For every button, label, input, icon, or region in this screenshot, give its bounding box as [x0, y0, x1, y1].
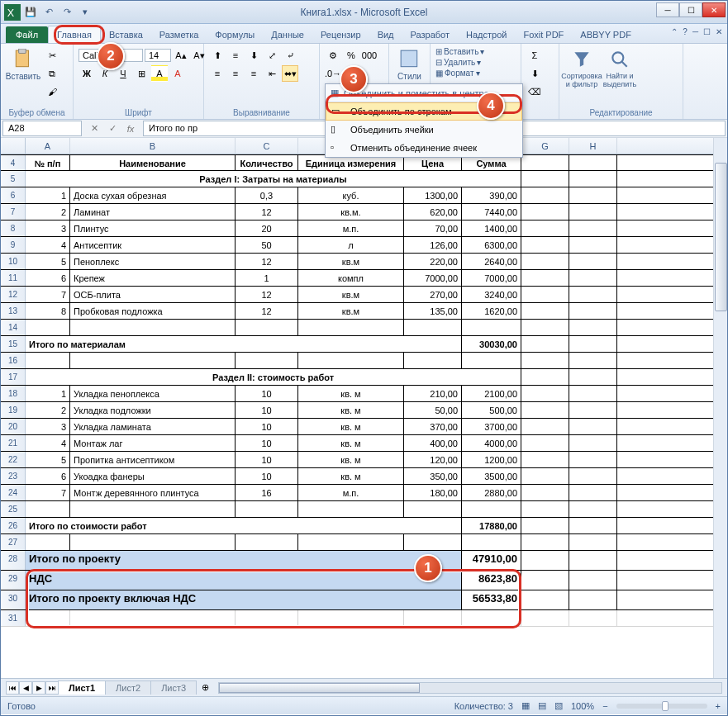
cell[interactable]: 16 [236, 485, 298, 500]
cell[interactable] [462, 353, 521, 368]
row-header[interactable]: 13 [1, 303, 26, 319]
cell[interactable]: 270,00 [404, 287, 462, 302]
cell[interactable]: 1 [26, 386, 70, 401]
orientation-icon[interactable]: ⤢ [264, 47, 280, 64]
cell[interactable] [404, 610, 462, 626]
cell[interactable] [236, 320, 298, 335]
cell[interactable]: Наименование [70, 155, 236, 170]
select-all-corner[interactable] [1, 138, 26, 154]
cell[interactable] [521, 571, 569, 590]
cell[interactable]: № п/п [26, 155, 70, 170]
cell[interactable] [569, 534, 617, 550]
cell[interactable]: 8623,80 [462, 571, 521, 590]
cell[interactable] [569, 270, 617, 286]
row-header[interactable]: 25 [1, 501, 26, 517]
comma-icon[interactable]: 000 [361, 47, 378, 64]
mdi-min-icon[interactable]: ─ [692, 27, 698, 36]
cell[interactable]: 350,00 [404, 468, 462, 484]
cell[interactable]: Раздел I: Затраты на материалы [26, 171, 521, 187]
name-box[interactable]: A28 [2, 121, 82, 136]
find-button[interactable]: Найти и выделить [602, 47, 637, 90]
cell[interactable]: 220,00 [404, 254, 462, 269]
save-icon[interactable]: 💾 [22, 4, 39, 21]
cell[interactable] [26, 320, 70, 335]
row-header[interactable]: 6 [1, 187, 26, 203]
col-header-b[interactable]: B [70, 138, 236, 154]
tab-view[interactable]: Вид [369, 26, 402, 43]
tab-home[interactable]: Главная [48, 26, 101, 43]
cell[interactable]: Пеноплекс [70, 254, 236, 269]
cells-format[interactable]: ▦ Формат ▾ [435, 69, 480, 78]
cell[interactable]: 20 [236, 220, 298, 236]
fx-icon[interactable]: fx [123, 122, 138, 135]
cell[interactable]: 7000,00 [404, 270, 462, 286]
tab-layout[interactable]: Разметка [151, 26, 207, 43]
cell[interactable]: кв.м [298, 287, 404, 302]
cell[interactable]: м.п. [298, 485, 404, 500]
cell[interactable] [404, 534, 462, 550]
cell[interactable] [236, 610, 298, 626]
cell[interactable]: 12 [236, 204, 298, 220]
cell[interactable]: 4 [26, 237, 70, 253]
tab-review[interactable]: Рецензир [312, 26, 369, 43]
cell[interactable] [569, 468, 617, 484]
cell[interactable]: 7 [26, 485, 70, 500]
redo-icon[interactable]: ↷ [59, 4, 75, 21]
mdi-close-icon[interactable]: ✕ [716, 27, 722, 36]
cell[interactable]: 3 [26, 220, 70, 236]
cell[interactable]: 50,00 [404, 402, 462, 418]
cell[interactable] [521, 485, 569, 500]
sheet-nav-last[interactable]: ⏭ [45, 681, 59, 695]
align-left-icon[interactable]: ≡ [209, 65, 226, 82]
cell[interactable]: Монтж деревянного плинтуса [70, 485, 236, 500]
cell[interactable]: Итого по проекту [26, 551, 462, 570]
cell[interactable] [521, 590, 569, 609]
cell[interactable]: Раздел II: стоимость работ [26, 369, 521, 385]
zoom-slider[interactable] [616, 704, 707, 709]
sheet-tab-1[interactable]: Лист1 [58, 680, 106, 695]
cell[interactable] [236, 534, 298, 550]
row-header[interactable]: 26 [1, 518, 26, 533]
cell[interactable] [404, 320, 462, 335]
zoom-level[interactable]: 100% [571, 701, 594, 711]
cell[interactable] [462, 534, 521, 550]
cell[interactable] [521, 237, 569, 253]
cell[interactable]: 10 [236, 435, 298, 451]
cell[interactable]: 3700,00 [462, 419, 521, 434]
cut-icon[interactable]: ✂ [44, 47, 60, 64]
view-normal-icon[interactable]: ▦ [521, 700, 530, 711]
row-header[interactable]: 24 [1, 485, 26, 500]
cell[interactable]: 3500,00 [462, 468, 521, 484]
cell[interactable]: Итого по проекту включая НДС [26, 590, 462, 609]
cell[interactable]: Итого по материалам [26, 336, 462, 352]
cell[interactable] [521, 353, 569, 368]
cell[interactable] [521, 187, 569, 203]
cell[interactable]: 1 [26, 187, 70, 203]
cell[interactable] [521, 220, 569, 236]
cell[interactable] [70, 610, 236, 626]
cell[interactable] [569, 571, 617, 590]
file-tab[interactable]: Файл [6, 26, 48, 43]
horizontal-scrollbar[interactable] [218, 682, 722, 694]
cell[interactable]: Ламинат [70, 204, 236, 220]
cell[interactable] [569, 610, 617, 626]
close-button[interactable]: ✕ [702, 2, 726, 17]
cell[interactable]: 4 [26, 435, 70, 451]
help-icon[interactable]: ? [683, 27, 688, 36]
row-header[interactable]: 17 [1, 369, 26, 385]
undo-icon[interactable]: ↶ [40, 4, 57, 21]
cell[interactable]: 2100,00 [462, 386, 521, 401]
col-header-a[interactable]: A [26, 138, 70, 154]
cell[interactable]: кв.м [298, 254, 404, 269]
grid[interactable]: A B C D E F G H 4№ п/пНаименованиеКоличе… [1, 138, 727, 678]
cell[interactable] [569, 187, 617, 203]
cell[interactable] [569, 590, 617, 609]
cell[interactable] [26, 501, 70, 517]
cancel-icon[interactable]: ✕ [87, 122, 102, 135]
sheet-nav-first[interactable]: ⏮ [6, 681, 19, 695]
hscroll-thumb[interactable] [219, 683, 420, 693]
cell[interactable] [298, 320, 404, 335]
row-header[interactable]: 18 [1, 386, 26, 401]
clear-icon[interactable]: ⌫ [526, 83, 543, 100]
cell[interactable]: кв. м [298, 419, 404, 434]
